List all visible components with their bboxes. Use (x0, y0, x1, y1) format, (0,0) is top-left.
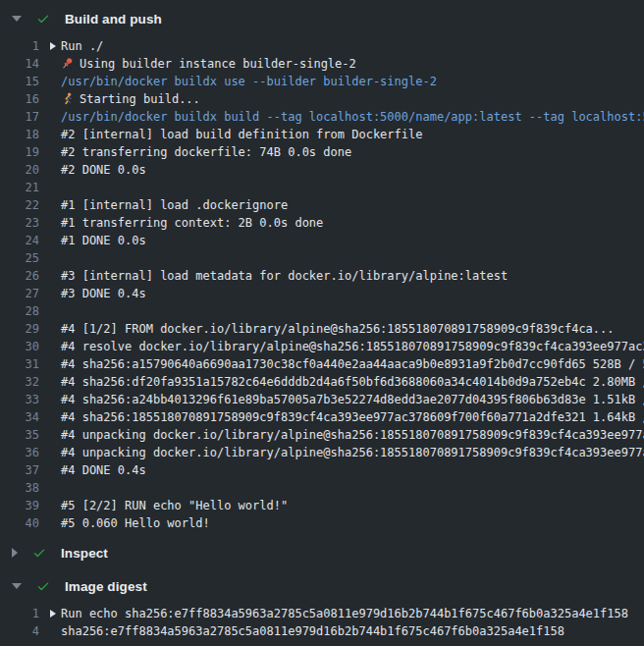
chevron-down-icon[interactable] (12, 583, 22, 589)
line-number[interactable]: 35 (0, 426, 39, 444)
log-line[interactable]: 24#1 DONE 0.0s (0, 232, 644, 249)
log-line[interactable]: 31#4 sha256:a15790640a6690aa1730c38cf0a4… (0, 355, 644, 373)
chevron-down-icon[interactable] (12, 16, 22, 22)
log-line[interactable]: 20#2 DONE 0.0s (0, 161, 644, 179)
line-number[interactable]: 21 (0, 179, 39, 196)
log-line[interactable]: 21 (0, 179, 644, 196)
log-text-content: #4 unpacking docker.io/library/alpine@sh… (61, 428, 644, 442)
section-header-build-and-push[interactable]: Build and push (0, 6, 644, 31)
group-toggle-cell (39, 610, 61, 618)
line-number[interactable]: 28 (0, 302, 39, 320)
log-line[interactable]: 14Using builder instance builder-single-… (0, 55, 644, 73)
line-number[interactable]: 38 (0, 479, 39, 497)
log-line[interactable]: 40#5 0.060 Hello world! (0, 514, 644, 532)
log-line[interactable]: 15/usr/bin/docker buildx use --builder b… (0, 73, 644, 90)
log-line[interactable]: 17/usr/bin/docker buildx build --tag loc… (0, 108, 644, 126)
log-line[interactable]: 33#4 sha256:a24bb4013296f61e89ba57005a7b… (0, 391, 644, 408)
log-line[interactable]: 32#4 sha256:df20fa9351a15782c64e6dddb2d4… (0, 373, 644, 391)
log-line[interactable]: 39#5 [2/2] RUN echo "Hello world!" (0, 497, 644, 514)
log-line[interactable]: 1Run ./ (0, 37, 644, 55)
log-line[interactable]: 25 (0, 249, 644, 267)
line-number[interactable]: 22 (0, 196, 39, 214)
expand-group-icon[interactable] (50, 610, 56, 618)
log-text-content: Run ./ (61, 39, 103, 53)
section-header-image-digest[interactable]: Image digest (0, 573, 644, 599)
line-number[interactable]: 39 (0, 497, 39, 514)
log-line[interactable]: 26#3 [internal] load metadata for docker… (0, 267, 644, 285)
log-text-content: #4 sha256:a24bb4013296f61e89ba57005a7b3e… (61, 393, 644, 406)
log-text: /usr/bin/docker buildx build --tag local… (61, 108, 644, 126)
log-text: #2 transferring dockerfile: 74B 0.0s don… (61, 143, 351, 161)
log-text: #4 resolve docker.io/library/alpine@sha2… (61, 338, 644, 355)
line-number[interactable]: 1 (0, 37, 39, 55)
log-text-content: #2 [internal] load build definition from… (61, 128, 422, 141)
line-number[interactable]: 33 (0, 391, 39, 408)
log-text: /usr/bin/docker buildx use --builder bui… (61, 73, 437, 90)
log-line[interactable]: 18#2 [internal] load build definition fr… (0, 126, 644, 143)
log-text-content: #4 unpacking docker.io/library/alpine@sh… (61, 446, 644, 459)
log-line[interactable]: 38 (0, 479, 644, 497)
log-text: Run ./ (61, 37, 103, 55)
line-number[interactable]: 16 (0, 90, 39, 108)
log-line[interactable]: 1Run echo sha256:e7ff8834a5963a2785c5a08… (0, 605, 644, 622)
expand-group-icon[interactable] (50, 42, 56, 50)
log-text: #1 DONE 0.0s (61, 232, 146, 249)
log-line[interactable]: 36#4 unpacking docker.io/library/alpine@… (0, 444, 644, 461)
section-title: Build and push (65, 12, 162, 27)
log-line[interactable]: 4sha256:e7ff8834a5963a2785c5a0811e979d16… (0, 622, 644, 640)
line-number[interactable]: 26 (0, 267, 39, 285)
log-text: #4 DONE 0.4s (61, 461, 146, 479)
log-text-content: #1 DONE 0.0s (61, 234, 146, 247)
runner-icon (61, 92, 74, 105)
line-number[interactable]: 15 (0, 73, 39, 90)
log-text-content: #3 [internal] load metadata for docker.i… (61, 269, 508, 283)
log-text-content: #1 transferring context: 2B 0.0s done (61, 216, 323, 230)
log-line[interactable]: 30#4 resolve docker.io/library/alpine@sh… (0, 338, 644, 355)
line-number[interactable]: 14 (0, 55, 39, 73)
log-line[interactable]: 16Starting build... (0, 90, 644, 108)
log-text: #3 DONE 0.4s (61, 285, 146, 302)
log-text-content: #4 sha256:df20fa9351a15782c64e6dddb2d4a6… (61, 375, 644, 389)
line-number[interactable]: 18 (0, 126, 39, 143)
line-number[interactable]: 4 (0, 622, 39, 640)
log-line[interactable]: 35#4 unpacking docker.io/library/alpine@… (0, 426, 644, 444)
log-text-content: Using builder instance builder-single-2 (80, 57, 356, 71)
line-number[interactable]: 24 (0, 232, 39, 249)
log-line[interactable]: 34#4 sha256:185518070891758909c9f839cf4c… (0, 408, 644, 426)
line-number[interactable]: 17 (0, 108, 39, 126)
section-body-image-digest: 1Run echo sha256:e7ff8834a5963a2785c5a08… (0, 599, 644, 640)
line-number[interactable]: 25 (0, 249, 39, 267)
pushpin-icon (61, 57, 74, 70)
line-number[interactable]: 36 (0, 444, 39, 461)
log-text: #2 [internal] load build definition from… (61, 126, 422, 143)
log-line[interactable]: 28 (0, 302, 644, 320)
line-number[interactable]: 23 (0, 214, 39, 232)
log-line[interactable]: 37#4 DONE 0.4s (0, 461, 644, 479)
line-number[interactable]: 37 (0, 461, 39, 479)
line-number[interactable]: 29 (0, 320, 39, 338)
log-text-content: #2 transferring dockerfile: 74B 0.0s don… (61, 145, 351, 159)
log-text: #5 0.060 Hello world! (61, 514, 210, 532)
line-number[interactable]: 31 (0, 355, 39, 373)
log-line[interactable]: 22#1 [internal] load .dockerignore (0, 196, 644, 214)
success-check-icon (35, 11, 51, 27)
log-line[interactable]: 27#3 DONE 0.4s (0, 285, 644, 302)
log-text-content: Run echo sha256:e7ff8834a5963a2785c5a081… (61, 607, 628, 620)
line-number[interactable]: 1 (0, 605, 39, 622)
line-number[interactable]: 30 (0, 338, 39, 355)
line-number[interactable]: 19 (0, 143, 39, 161)
line-number[interactable]: 27 (0, 285, 39, 302)
success-check-icon (31, 545, 47, 561)
log-text-content: #2 DONE 0.0s (61, 163, 146, 177)
line-number[interactable]: 20 (0, 161, 39, 179)
log-line[interactable]: 29#4 [1/2] FROM docker.io/library/alpine… (0, 320, 644, 338)
line-number[interactable]: 40 (0, 514, 39, 532)
line-number[interactable]: 34 (0, 408, 39, 426)
log-line[interactable]: 19#2 transferring dockerfile: 74B 0.0s d… (0, 143, 644, 161)
line-number[interactable]: 32 (0, 373, 39, 391)
section-header-inspect[interactable]: Inspect (0, 540, 644, 565)
section-inspect: Inspect (0, 540, 644, 565)
log-line[interactable]: 23#1 transferring context: 2B 0.0s done (0, 214, 644, 232)
chevron-right-icon[interactable] (12, 548, 18, 558)
log-text-content: sha256:e7ff8834a5963a2785c5a0811e979d16b… (61, 624, 564, 638)
